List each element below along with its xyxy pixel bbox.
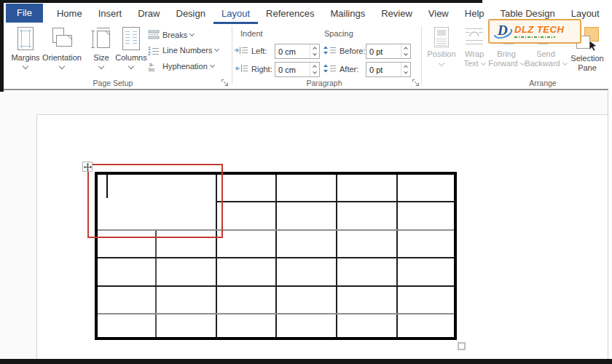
frame-left-edge bbox=[0, 0, 4, 92]
spacing-after-field bbox=[366, 62, 411, 77]
tab-insert[interactable]: Insert bbox=[90, 3, 130, 24]
spinner-up-button[interactable] bbox=[310, 44, 319, 52]
columns-button[interactable]: Columns bbox=[111, 26, 152, 74]
columns-label: Columns bbox=[115, 54, 146, 62]
indent-left-label: Left: bbox=[251, 47, 267, 55]
line-numbers-button[interactable]: 1 2 Line Numbers bbox=[148, 44, 219, 56]
spinner-up-button[interactable] bbox=[401, 63, 410, 70]
wrap-text-icon bbox=[464, 26, 484, 50]
orientation-icon bbox=[50, 26, 74, 51]
page-setup-group-label: Page Setup bbox=[4, 79, 222, 87]
tab-draw[interactable]: Draw bbox=[130, 3, 168, 24]
document-canvas[interactable] bbox=[0, 92, 608, 359]
orientation-button[interactable]: Orientation bbox=[39, 26, 85, 74]
frame-bottom-edge bbox=[0, 359, 612, 364]
hyphenation-icon: a- bc bbox=[148, 61, 160, 71]
chevron-down-icon bbox=[128, 63, 134, 69]
wrap-text-label-line2: Text bbox=[463, 59, 484, 68]
selection-pane-label-line1: Selection bbox=[570, 54, 603, 63]
tab-design[interactable]: Design bbox=[168, 3, 213, 24]
indent-heading: Indent bbox=[240, 29, 263, 38]
indent-right-icon bbox=[235, 64, 248, 73]
tab-mailings[interactable]: Mailings bbox=[323, 3, 374, 24]
line-numbers-icon: 1 2 bbox=[148, 45, 160, 55]
paragraph-dialog-launcher-icon[interactable] bbox=[412, 79, 420, 87]
indent-left-input[interactable] bbox=[275, 44, 309, 58]
wrap-text-button[interactable]: Wrap Text bbox=[460, 26, 489, 68]
frame-top-edge bbox=[0, 0, 482, 3]
word-window: File Home Insert Draw Design Layout Refe… bbox=[0, 0, 612, 364]
indent-left-icon bbox=[235, 46, 248, 55]
chevron-down-icon bbox=[562, 60, 568, 65]
margins-icon bbox=[15, 26, 36, 51]
svg-text:2: 2 bbox=[148, 51, 151, 55]
spacing-before-spinner bbox=[401, 44, 410, 58]
tab-layout[interactable]: Layout bbox=[213, 3, 258, 24]
send-backward-label-line2: Backward bbox=[525, 59, 566, 68]
selection-pane-label-line2: Pane bbox=[578, 63, 597, 73]
chevron-down-icon bbox=[214, 47, 219, 52]
chevron-down-icon bbox=[481, 60, 486, 65]
breaks-icon bbox=[148, 30, 160, 40]
columns-icon bbox=[120, 26, 142, 51]
chevron-down-icon bbox=[189, 31, 195, 36]
position-button[interactable]: Position bbox=[425, 26, 458, 66]
spinner-up-button[interactable] bbox=[310, 63, 319, 70]
chevron-down-icon bbox=[98, 63, 104, 69]
bring-forward-label-line2: Forward bbox=[488, 59, 524, 68]
group-separator bbox=[232, 26, 232, 84]
vertical-scrollbar[interactable] bbox=[608, 92, 612, 359]
position-label: Position bbox=[427, 50, 455, 59]
spacing-after-input[interactable] bbox=[366, 63, 400, 76]
orientation-label: Orientation bbox=[42, 54, 82, 62]
watermark-text: DLZ TECH bbox=[514, 25, 564, 38]
dlz-logo-icon: D bbox=[493, 20, 513, 42]
indent-right-spinner bbox=[310, 63, 319, 76]
tab-references[interactable]: References bbox=[258, 3, 322, 24]
spacing-before-label: Before: bbox=[340, 47, 365, 55]
spinner-down-button[interactable] bbox=[401, 70, 410, 77]
chevron-down-icon bbox=[59, 63, 65, 69]
tab-file[interactable]: File bbox=[6, 4, 43, 23]
indent-left-spinner bbox=[310, 44, 319, 58]
hyphenation-button[interactable]: a- bc Hyphenation bbox=[148, 60, 214, 72]
send-backward-label-line1: Send bbox=[536, 50, 555, 59]
spacing-before-input[interactable] bbox=[366, 44, 400, 58]
indent-right-label: Right: bbox=[251, 65, 272, 74]
breaks-label: Breaks bbox=[162, 31, 187, 39]
spacing-after-icon bbox=[323, 64, 336, 73]
page-setup-dialog-launcher-icon[interactable] bbox=[221, 79, 229, 87]
tab-view[interactable]: View bbox=[420, 3, 457, 24]
spacing-before-field bbox=[366, 44, 411, 59]
spacing-after-spinner bbox=[401, 63, 410, 76]
indent-left-field bbox=[275, 44, 320, 59]
margins-label: Margins bbox=[11, 54, 39, 62]
spinner-up-button[interactable] bbox=[401, 44, 410, 52]
arrange-group-label: Arrange bbox=[455, 79, 612, 87]
tab-help[interactable]: Help bbox=[457, 3, 493, 24]
spinner-down-button[interactable] bbox=[310, 52, 319, 59]
spinner-down-button[interactable] bbox=[401, 52, 410, 59]
wrap-text-label-line1: Wrap bbox=[465, 50, 484, 59]
svg-text:bc: bc bbox=[149, 66, 154, 71]
table-move-handle[interactable] bbox=[82, 162, 93, 172]
size-label: Size bbox=[93, 54, 109, 62]
breaks-button[interactable]: Breaks bbox=[148, 28, 194, 41]
merged-cell-highlight bbox=[87, 164, 223, 238]
bring-forward-label-line1: Bring bbox=[497, 50, 516, 59]
spacing-before-icon bbox=[323, 46, 336, 55]
chevron-down-icon bbox=[210, 63, 215, 68]
spacing-heading: Spacing bbox=[324, 29, 353, 38]
paragraph-group-label: Paragraph bbox=[233, 79, 415, 87]
group-separator bbox=[421, 26, 422, 84]
size-icon bbox=[90, 26, 112, 51]
table-resize-handle[interactable] bbox=[458, 342, 466, 350]
indent-right-input[interactable] bbox=[275, 63, 309, 76]
tab-home[interactable]: Home bbox=[49, 3, 90, 24]
line-numbers-label: Line Numbers bbox=[162, 46, 212, 55]
spinner-down-button[interactable] bbox=[310, 70, 319, 77]
tab-review[interactable]: Review bbox=[373, 3, 420, 24]
move-arrows-icon bbox=[84, 163, 92, 171]
position-icon bbox=[431, 26, 452, 50]
chevron-down-icon bbox=[23, 63, 28, 69]
